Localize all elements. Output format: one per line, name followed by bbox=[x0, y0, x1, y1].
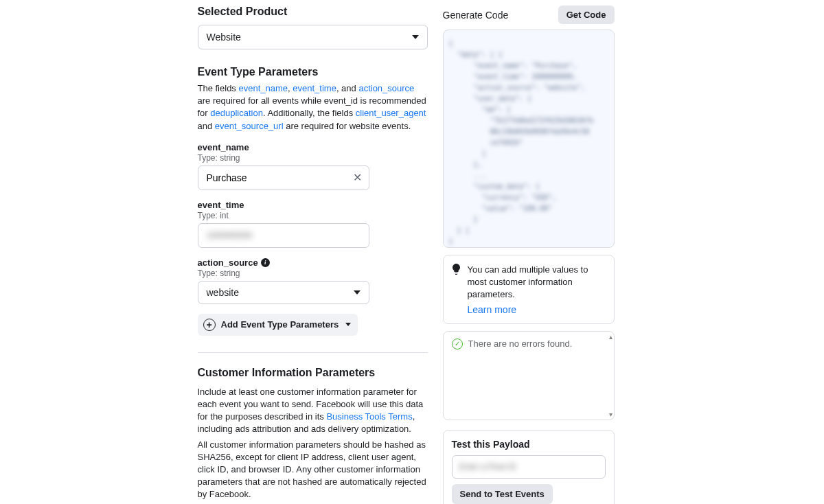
event-time-label: event_time bbox=[198, 200, 428, 210]
lightbulb-icon bbox=[452, 264, 461, 277]
errors-box: ▴ ✓ There are no errors found. ▾ bbox=[443, 331, 615, 420]
scroll-up-icon[interactable]: ▴ bbox=[609, 333, 613, 341]
customer-info-title: Customer Information Parameters bbox=[198, 367, 428, 379]
learn-more-link[interactable]: Learn more bbox=[468, 304, 606, 315]
event-type-params-desc: The fields event_name, event_time, and a… bbox=[198, 82, 428, 133]
info-icon[interactable]: i bbox=[261, 258, 270, 267]
event-name-link[interactable]: event_name bbox=[238, 83, 288, 93]
business-tools-terms-link[interactable]: Business Tools Terms bbox=[326, 411, 412, 422]
event-source-url-link[interactable]: event_source_url bbox=[215, 121, 284, 131]
code-preview: { "data": [ { "event_name": "Purchase", … bbox=[443, 30, 615, 248]
action-source-label: action_source i bbox=[198, 257, 428, 268]
errors-text: There are no errors found. bbox=[468, 339, 573, 349]
chevron-down-icon bbox=[345, 323, 351, 326]
send-to-test-events-button[interactable]: Send to Test Events bbox=[452, 484, 553, 504]
plus-circle-icon: + bbox=[203, 319, 216, 331]
get-code-button[interactable]: Get Code bbox=[558, 5, 615, 24]
event-time-link[interactable]: event_time bbox=[293, 83, 336, 93]
action-source-type: Type: string bbox=[198, 268, 428, 278]
tip-box: You can add multiple values to most cust… bbox=[443, 255, 615, 324]
add-event-type-params-button[interactable]: + Add Event Type Parameters bbox=[198, 314, 358, 336]
client-user-agent-link[interactable]: client_user_agent bbox=[356, 108, 426, 118]
pixel-id-input[interactable]: Enter a Pixel ID bbox=[452, 455, 606, 479]
customer-info-desc2: All customer information parameters shou… bbox=[198, 439, 428, 501]
clear-icon[interactable]: ✕ bbox=[353, 172, 362, 183]
event-time-input[interactable]: 1000000000 bbox=[198, 223, 369, 248]
divider bbox=[198, 352, 428, 353]
selected-product-dropdown[interactable]: Website bbox=[198, 25, 428, 49]
event-name-input[interactable] bbox=[207, 172, 344, 183]
generate-code-title: Generate Code bbox=[443, 10, 509, 21]
tip-text: You can add multiple values to most cust… bbox=[468, 264, 588, 299]
action-source-link[interactable]: action_source bbox=[358, 83, 414, 93]
customer-info-desc1: Include at least one customer informatio… bbox=[198, 386, 428, 436]
action-source-dropdown[interactable]: website bbox=[198, 281, 369, 304]
event-type-params-title: Event Type Parameters bbox=[198, 66, 428, 78]
chevron-down-icon bbox=[412, 35, 419, 39]
scroll-down-icon[interactable]: ▾ bbox=[609, 411, 613, 418]
action-source-value: website bbox=[207, 287, 239, 298]
event-name-label: event_name bbox=[198, 142, 428, 152]
blurred-value: 1000000000 bbox=[207, 231, 253, 240]
selected-product-value: Website bbox=[207, 32, 241, 43]
blurred-placeholder: Enter a Pixel ID bbox=[459, 462, 516, 472]
test-payload-title: Test this Payload bbox=[452, 439, 606, 450]
selected-product-title: Selected Product bbox=[198, 5, 428, 18]
blurred-code: { "data": [ { "event_name": "Purchase", … bbox=[449, 38, 608, 247]
chevron-down-icon bbox=[354, 290, 360, 295]
deduplication-link[interactable]: deduplication bbox=[210, 108, 263, 118]
check-circle-icon: ✓ bbox=[452, 339, 463, 350]
event-time-type: Type: int bbox=[198, 211, 428, 220]
event-name-type: Type: string bbox=[198, 153, 428, 163]
test-payload-box: Test this Payload Enter a Pixel ID Send … bbox=[443, 430, 615, 504]
